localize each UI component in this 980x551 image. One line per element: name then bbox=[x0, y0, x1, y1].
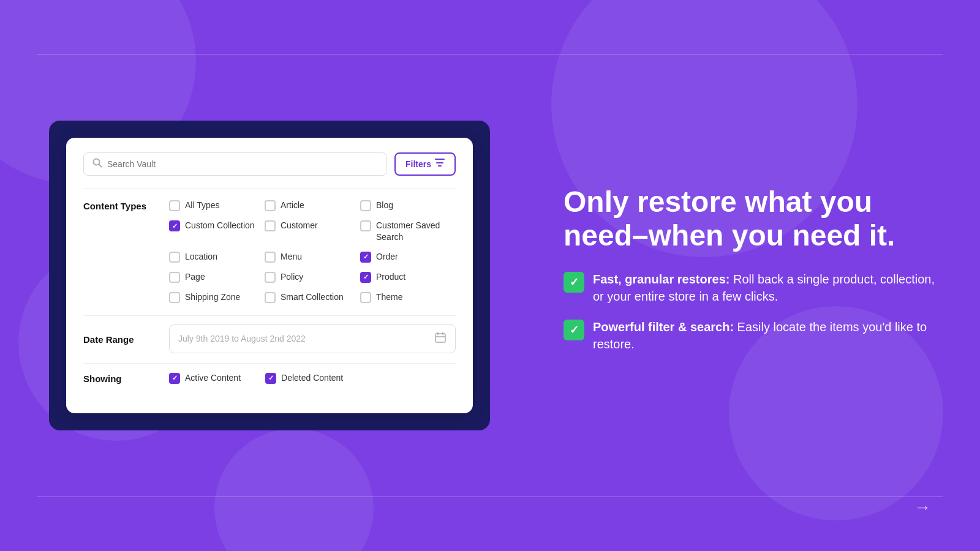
cb-order-label: Order bbox=[376, 251, 398, 262]
cb-menu bbox=[265, 252, 276, 263]
showing-checkboxes: Active Content Deleted Content bbox=[169, 372, 343, 384]
search-bar: Filters bbox=[83, 152, 456, 176]
checkbox-active-content[interactable]: Active Content bbox=[169, 372, 241, 384]
cb-all-types-label: All Types bbox=[185, 200, 220, 211]
cb-blog-label: Blog bbox=[376, 200, 393, 211]
white-card: Filters Content Types bbox=[66, 138, 473, 413]
search-input[interactable] bbox=[107, 159, 378, 169]
checkbox-custom-collection[interactable]: Custom Collection bbox=[169, 220, 265, 242]
cb-custom-collection-label: Custom Collection bbox=[185, 220, 255, 231]
left-panel: Filters Content Types bbox=[37, 121, 514, 430]
cb-policy-label: Policy bbox=[281, 271, 303, 282]
checkbox-deleted-content[interactable]: Deleted Content bbox=[265, 372, 343, 384]
cb-smart-collection-label: Smart Collection bbox=[281, 291, 344, 302]
date-range-value: July 9th 2019 to August 2nd 2022 bbox=[178, 334, 306, 343]
search-input-wrap bbox=[83, 152, 387, 176]
checkbox-all-types[interactable]: All Types bbox=[169, 200, 265, 211]
checkbox-customer-saved-search[interactable]: Customer Saved Search bbox=[360, 220, 456, 242]
cb-theme bbox=[360, 292, 371, 303]
divider-2 bbox=[83, 363, 456, 364]
content-types-section: Content Types All Types Article bbox=[83, 200, 456, 302]
feature-bold-1: Fast, granular restores: bbox=[593, 272, 729, 286]
cb-menu-label: Menu bbox=[281, 251, 302, 262]
cb-article bbox=[265, 200, 276, 211]
svg-rect-2 bbox=[435, 334, 445, 342]
calendar-icon bbox=[434, 331, 447, 347]
cb-product bbox=[360, 272, 371, 283]
main-heading: Only restore what you need–when you need… bbox=[564, 185, 943, 252]
filter-icon bbox=[435, 159, 445, 170]
checkbox-theme[interactable]: Theme bbox=[360, 291, 456, 303]
showing-section: Showing Active Content Deleted Content bbox=[83, 372, 456, 384]
cb-product-label: Product bbox=[376, 271, 405, 282]
cb-blog bbox=[360, 200, 371, 211]
cb-page-label: Page bbox=[185, 271, 205, 282]
checkbox-product[interactable]: Product bbox=[360, 271, 456, 283]
feature-text-1: Fast, granular restores: Roll back a sin… bbox=[593, 271, 943, 305]
showing-label: Showing bbox=[83, 372, 169, 384]
cb-all-types bbox=[169, 200, 180, 211]
date-range-input[interactable]: July 9th 2019 to August 2nd 2022 bbox=[169, 324, 456, 353]
cb-smart-collection bbox=[265, 292, 276, 303]
checkbox-policy[interactable]: Policy bbox=[265, 271, 360, 283]
checkbox-article[interactable]: Article bbox=[265, 200, 360, 211]
cb-policy bbox=[265, 272, 276, 283]
search-icon bbox=[92, 158, 102, 170]
feature-granular-restores: ✓ Fast, granular restores: Roll back a s… bbox=[564, 271, 943, 305]
filters-label: Filters bbox=[405, 159, 431, 169]
date-range-label: Date Range bbox=[83, 333, 169, 345]
checkbox-shipping-zone[interactable]: Shipping Zone bbox=[169, 291, 265, 303]
dark-container: Filters Content Types bbox=[49, 121, 490, 430]
checkbox-smart-collection[interactable]: Smart Collection bbox=[265, 291, 360, 303]
cb-customer-saved-search bbox=[360, 220, 371, 231]
cb-article-label: Article bbox=[281, 200, 304, 211]
cb-location bbox=[169, 252, 180, 263]
filter-panel: Content Types All Types Article bbox=[83, 188, 456, 383]
cb-order bbox=[360, 252, 371, 263]
checkbox-page[interactable]: Page bbox=[169, 271, 265, 283]
checkbox-blog[interactable]: Blog bbox=[360, 200, 456, 211]
cb-customer bbox=[265, 220, 276, 231]
content-types-grid: All Types Article Blog bbox=[169, 200, 456, 302]
page-layout: Filters Content Types bbox=[0, 0, 980, 551]
divider-1 bbox=[83, 315, 456, 316]
cb-page bbox=[169, 272, 180, 283]
cb-shipping-zone bbox=[169, 292, 180, 303]
check-icon-2: ✓ bbox=[564, 320, 584, 340]
feature-text-2: Powerful filter & search: Easily locate … bbox=[593, 318, 943, 353]
cb-customer-saved-search-label: Customer Saved Search bbox=[376, 220, 456, 242]
cb-location-label: Location bbox=[185, 251, 217, 262]
cb-shipping-zone-label: Shipping Zone bbox=[185, 291, 240, 302]
checkbox-menu[interactable]: Menu bbox=[265, 251, 360, 263]
content-types-label: Content Types bbox=[83, 200, 169, 302]
cb-customer-label: Customer bbox=[281, 220, 318, 231]
date-range-section: Date Range July 9th 2019 to August 2nd 2… bbox=[83, 324, 456, 353]
filters-button[interactable]: Filters bbox=[394, 152, 456, 176]
cb-custom-collection bbox=[169, 220, 180, 231]
checkbox-location[interactable]: Location bbox=[169, 251, 265, 263]
feature-filter-search: ✓ Powerful filter & search: Easily locat… bbox=[564, 318, 943, 353]
checkbox-order[interactable]: Order bbox=[360, 251, 456, 263]
svg-line-1 bbox=[99, 165, 102, 167]
cb-theme-label: Theme bbox=[376, 291, 403, 302]
right-panel: Only restore what you need–when you need… bbox=[514, 185, 943, 366]
cb-active-content bbox=[169, 373, 180, 384]
cb-deleted-content-label: Deleted Content bbox=[281, 372, 343, 383]
cb-deleted-content bbox=[265, 373, 276, 384]
checkbox-customer[interactable]: Customer bbox=[265, 220, 360, 242]
cb-active-content-label: Active Content bbox=[185, 372, 241, 383]
check-icon-1: ✓ bbox=[564, 272, 584, 293]
feature-bold-2: Powerful filter & search: bbox=[593, 320, 734, 334]
